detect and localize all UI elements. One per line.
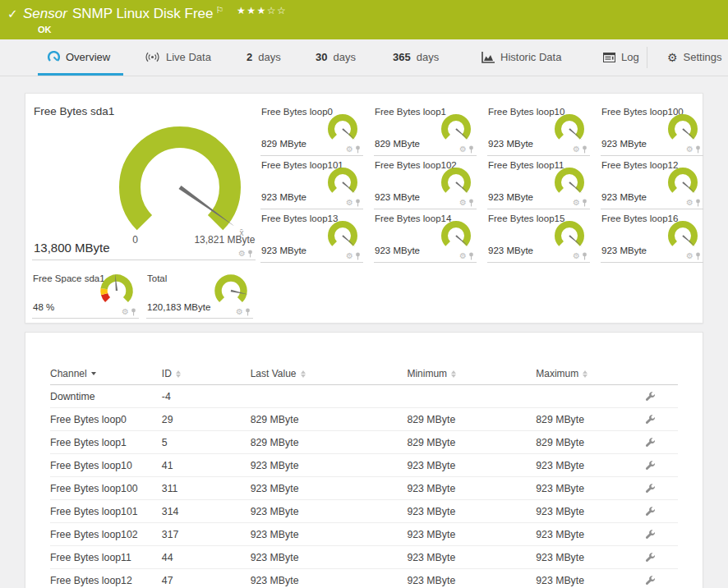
pin-icon[interactable] [468,199,474,207]
tab-30-days[interactable]: 30 days [316,39,356,75]
cell-last-value: 923 MByte [251,552,408,563]
gear-icon[interactable]: ⚙ [346,252,353,260]
channel-settings-icon[interactable] [645,483,656,494]
gear-icon[interactable]: ⚙ [346,145,353,154]
pin-icon[interactable] [355,252,361,260]
gear-icon[interactable]: ⚙ [459,199,467,207]
gauge-cell-actions: ⚙ [686,252,701,260]
cell-id: 5 [162,437,251,448]
gear-icon[interactable]: ⚙ [573,199,580,207]
pin-icon[interactable] [582,252,587,260]
sort-icon[interactable] [301,370,306,378]
cell-channel: Free Bytes loop12 [50,575,162,586]
gauge-cell-actions: ⚙ [573,252,587,260]
gauge-title: Free Bytes sda1 [34,105,114,117]
pin-icon[interactable] [245,308,251,316]
pin-icon[interactable] [247,250,253,258]
cell-id: 317 [162,529,251,540]
column-header-id[interactable]: ID [162,368,251,379]
pin-icon[interactable] [355,145,361,154]
gauges-panel: Free Bytes sda1 013,821 MBytex̄ 13,800 M… [25,93,703,324]
gear-icon[interactable]: ⚙ [686,199,693,207]
pin-icon[interactable] [131,308,136,316]
sort-desc-icon[interactable] [91,372,96,375]
page-title: SensorSNMP Linux Disk Free⚐ [23,6,223,22]
channel-settings-icon[interactable] [645,391,656,402]
gauge [324,165,362,200]
tab-historic-data[interactable]: Historic Data [481,39,561,75]
gear-icon[interactable]: ⚙ [459,252,467,260]
column-header-last-value[interactable]: Last Value [251,368,408,379]
cell-id: 311 [162,483,251,494]
gear-icon[interactable]: ⚙ [459,145,467,154]
tab-label: Settings [684,51,722,63]
flag-icon[interactable]: ⚐ [216,5,224,15]
gauge-icon [48,51,60,63]
channel-settings-icon[interactable] [645,460,656,471]
pin-icon[interactable] [468,252,474,260]
gauge-cell: Free Bytes loop15923 MByte⚙ [487,210,590,263]
pin-icon[interactable] [355,199,361,207]
cell-id: 44 [162,552,251,563]
gear-icon[interactable]: ⚙ [686,145,693,154]
column-header-minimum[interactable]: Minimum [407,368,536,379]
gear-icon[interactable]: ⚙ [238,250,246,258]
pin-icon[interactable] [582,145,587,154]
gauge-value: 923 MByte [488,139,533,149]
gear-icon[interactable]: ⚙ [573,145,580,154]
channel-gauge [437,165,475,200]
sensor-tab-bar: Overview Live Data 2 days 30 days 365 da… [0,39,728,76]
channel-settings-icon[interactable] [645,529,656,540]
tab-label: Historic Data [500,51,561,63]
cell-channel: Free Bytes loop101 [50,506,162,517]
channel-settings-icon[interactable] [645,437,656,448]
gear-icon[interactable]: ⚙ [573,252,580,260]
tab-settings[interactable]: ⚙ Settings [667,39,722,75]
channel-settings-icon[interactable] [645,414,656,425]
pin-icon[interactable] [582,199,587,207]
channel-settings-icon[interactable] [645,575,656,586]
channel-gauge [324,165,362,200]
gauge [437,218,475,253]
gear-icon[interactable]: ⚙ [686,252,693,260]
sort-icon[interactable] [583,370,587,378]
gauge-value: 829 MByte [261,139,306,149]
cell-minimum: 923 MByte [407,552,536,563]
tab-log[interactable]: Log [603,39,639,75]
column-header-channel[interactable]: Channel [50,368,162,379]
gauge: 013,821 MBytex̄ [110,122,250,253]
sort-icon[interactable] [176,370,181,378]
tab-overview[interactable]: Overview [48,39,110,75]
gauge-bottom-row: Free Space sda148 %⚙Total120,183 MByte⚙ [32,270,253,319]
channel-gauge [437,112,475,146]
channel-gauge [664,165,702,200]
pin-icon[interactable] [695,252,701,260]
tab-live-data[interactable]: Live Data [145,39,211,75]
gear-icon[interactable]: ⚙ [346,199,353,207]
gauge-value: 923 MByte [488,192,533,202]
channel-settings-icon[interactable] [645,552,656,563]
cell-maximum: 829 MByte [536,414,645,425]
gauge-cell: Free Bytes loop1829 MByte⚙ [374,103,477,156]
tab-2-days[interactable]: 2 days [247,39,281,75]
cell-id: -4 [162,391,251,402]
priority-stars[interactable]: ★★★☆☆ [237,5,287,16]
gear-icon[interactable]: ⚙ [122,308,129,316]
gauge [664,165,702,200]
column-header-maximum[interactable]: Maximum [536,368,645,379]
channel-settings-icon[interactable] [645,506,656,517]
cell-last-value: 923 MByte [251,460,408,471]
table-row: Free Bytes loop102317923 MByte923 MByte9… [50,523,678,546]
cell-maximum: 923 MByte [536,575,645,586]
cell-last-value: 923 MByte [251,483,408,494]
gear-icon[interactable]: ⚙ [236,308,243,316]
pin-icon[interactable] [468,145,474,154]
gauge [551,218,588,253]
pin-icon[interactable] [695,199,701,207]
pin-icon[interactable] [695,145,701,154]
tab-365-days[interactable]: 365 days [393,39,439,75]
gauge-min-label: 0 [132,234,138,246]
sort-icon[interactable] [451,370,456,378]
sensor-status-header: ✓ SensorSNMP Linux Disk Free⚐ ★★★☆☆ OK [0,0,728,39]
channel-gauge [324,112,362,146]
